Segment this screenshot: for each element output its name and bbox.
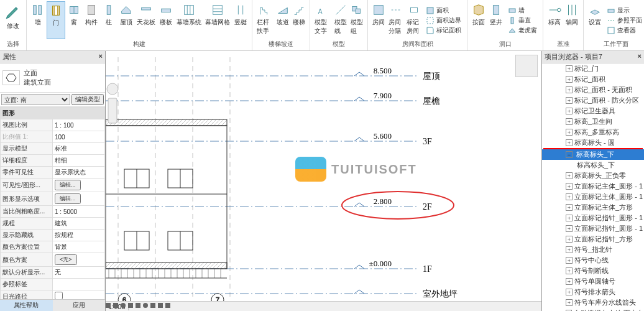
room-button[interactable]: 房间 — [370, 1, 387, 39]
svg-text:8.500: 8.500 — [374, 66, 392, 75]
close-properties-icon[interactable]: × — [99, 52, 103, 62]
vertical-opening-button[interactable]: 垂直 — [507, 16, 538, 26]
model-2-button[interactable]: 模型组 — [349, 1, 365, 39]
expand-icon[interactable]: + — [566, 225, 573, 232]
build-1-button[interactable]: 门 — [47, 1, 65, 39]
tree-node[interactable]: +立面标记指针_方形 — [542, 234, 644, 244]
byface-button[interactable]: 按面 — [470, 1, 487, 39]
build-3-button[interactable]: 构件 — [83, 1, 100, 39]
viewer-button[interactable]: 查看器 — [606, 26, 643, 35]
show-workplane-button[interactable]: 显示 — [606, 6, 643, 16]
type-selector[interactable]: 立面建筑立面 — [0, 63, 105, 93]
tree-node[interactable]: +标高标头_正负零 — [542, 170, 644, 181]
expand-icon[interactable]: + — [566, 139, 573, 146]
view-select[interactable]: 立面: 南 — [1, 94, 70, 105]
close-browser-icon[interactable]: × — [638, 52, 642, 62]
room-separator-button[interactable]: 房间分隔 — [387, 1, 405, 39]
build-9-button[interactable]: 幕墙网格 — [203, 1, 232, 39]
tree-node[interactable]: +符号排水箭头 — [542, 287, 644, 297]
model-0-button[interactable]: A模型文字 — [313, 1, 333, 39]
build-4-button[interactable]: 柱 — [100, 1, 117, 39]
expand-icon[interactable]: + — [566, 65, 573, 72]
svg-rect-28 — [509, 9, 515, 12]
edit-type-button[interactable]: 编辑类型 — [71, 94, 104, 105]
svg-rect-27 — [493, 6, 499, 15]
wall-opening-button[interactable]: 墙 — [507, 6, 538, 16]
area-boundary-button[interactable]: 面积边界 — [425, 16, 462, 26]
tree-node[interactable]: +符号剖断线 — [542, 266, 644, 276]
stair-0-button[interactable]: 栏杆扶手 — [255, 1, 275, 39]
model-1-button[interactable]: 模型线 — [333, 1, 349, 39]
tree-node[interactable]: +符号中心线 — [542, 255, 644, 266]
expand-icon[interactable]: + — [566, 299, 573, 306]
expand-icon[interactable]: + — [566, 118, 573, 125]
stair-1-button[interactable]: 坡道 — [275, 1, 291, 39]
tree-node[interactable]: +标记_面积 - 防火分区 — [542, 95, 644, 106]
expand-icon[interactable]: + — [566, 267, 573, 274]
expand-icon[interactable]: + — [566, 108, 573, 114]
tree-node[interactable]: +立面标记主体_方形 — [542, 202, 644, 213]
ref-plane-button[interactable]: 参照平面 — [606, 16, 643, 26]
build-10-button[interactable]: 竖梃 — [232, 1, 249, 39]
expand-icon[interactable]: + — [566, 236, 573, 243]
properties-help-link[interactable]: 属性帮助 — [0, 300, 53, 311]
tree-node[interactable]: +立面标记主体_圆形 - 1 — [542, 181, 644, 192]
build-7-button[interactable]: 楼板 — [157, 1, 175, 39]
stair-2-button[interactable]: 楼梯 — [291, 1, 307, 39]
level-button[interactable]: 标高 — [546, 1, 563, 39]
work-group-label: 工作平面 — [586, 39, 644, 49]
expand-icon[interactable]: + — [566, 97, 573, 104]
view-cube[interactable] — [515, 55, 538, 77]
select-group-label: 选择 — [2, 39, 24, 49]
expand-icon[interactable]: + — [566, 172, 573, 179]
tree-node[interactable]: 标高标头_下 — [542, 160, 644, 170]
build-8-button[interactable]: 幕墙系统 — [175, 1, 203, 39]
expand-icon[interactable]: + — [566, 86, 573, 93]
build-6-button[interactable]: 天花板 — [135, 1, 157, 39]
expand-icon[interactable]: + — [566, 257, 573, 264]
expand-icon[interactable]: + — [566, 129, 573, 136]
tree-node[interactable]: +标记_面积 — [542, 74, 644, 85]
view-control-bar[interactable]: 1:100 | — [106, 301, 541, 311]
drawing-canvas[interactable]: 8.500屋顶7.900屋檐5.6003F2.8002F±0.0001F室外地坪… — [106, 51, 541, 311]
apply-button[interactable]: 应用 — [53, 300, 106, 311]
svg-rect-99 — [106, 303, 111, 308]
tag-room-button[interactable]: 标记房间 — [405, 1, 423, 39]
tree-node[interactable]: +标记_门 — [542, 63, 644, 74]
tree-node[interactable]: −标高标头_下 — [542, 149, 644, 160]
build-2-button[interactable]: 窗 — [65, 1, 83, 39]
tree-node[interactable]: +符号单圆轴号 — [542, 276, 644, 287]
expand-icon[interactable]: + — [566, 193, 573, 200]
expand-icon[interactable]: + — [566, 278, 573, 285]
view-control-icons[interactable] — [106, 302, 180, 309]
shaft-button[interactable]: 竖井 — [487, 1, 505, 39]
tree-node[interactable]: +立面标记主体_圆形 - 1 — [542, 192, 644, 202]
expand-icon[interactable]: + — [566, 246, 573, 253]
tree-node[interactable]: +符号车库分水线箭头 — [542, 297, 644, 308]
tree-node[interactable]: +符号_指北针 — [542, 244, 644, 255]
properties-panel: 属性× 立面建筑立面 立面: 南 编辑类型 图形视图比例比例值 1:显示模型详细… — [0, 51, 106, 311]
tree-node[interactable]: +标记_面积 - 无面积 — [542, 85, 644, 95]
area-button[interactable]: 面积 — [425, 6, 462, 16]
set-workplane-button[interactable]: 设置 — [586, 1, 604, 39]
tree-node[interactable]: +立面标记指针_圆形 - 1 — [542, 213, 644, 223]
expand-icon[interactable]: + — [566, 76, 573, 83]
build-5-button[interactable]: 屋顶 — [117, 1, 135, 39]
build-0-button[interactable]: 墙 — [29, 1, 47, 39]
expand-icon[interactable]: + — [566, 183, 573, 190]
tree-node[interactable]: +标高_多重标高 — [542, 127, 644, 137]
grid-button[interactable]: 轴网 — [563, 1, 581, 39]
modify-button[interactable]: 修改 — [2, 1, 24, 39]
navigation-bar[interactable] — [106, 82, 119, 126]
expand-icon[interactable]: + — [566, 204, 573, 211]
expand-icon[interactable]: + — [566, 215, 573, 221]
tree-node[interactable]: +立面标记指针_圆形 - 1 — [542, 223, 644, 234]
tree-node[interactable]: +标记卫生器具 — [542, 106, 644, 116]
tree-node[interactable]: +自动选择向上/向下方向 — [542, 308, 644, 311]
expand-icon[interactable]: − — [566, 151, 573, 158]
expand-icon[interactable]: + — [566, 289, 573, 295]
dormer-button[interactable]: 老虎窗 — [507, 26, 538, 35]
tree-node[interactable]: +标高标头 - 圆 — [542, 137, 644, 148]
tag-area-button[interactable]: 标记面积 — [425, 26, 462, 35]
tree-node[interactable]: +标高_卫生间 — [542, 116, 644, 127]
